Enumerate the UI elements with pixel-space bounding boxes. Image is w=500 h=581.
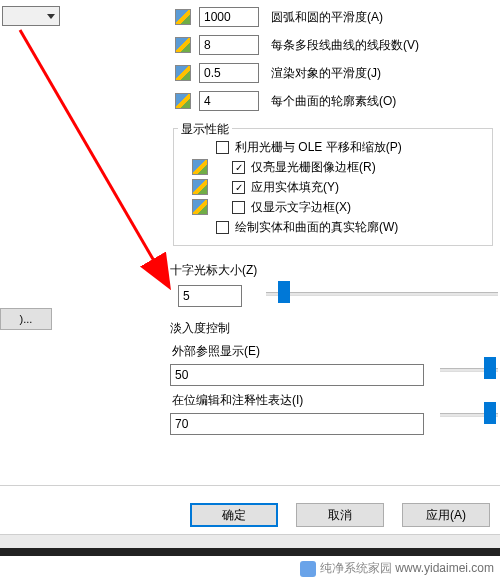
resolution-row: 渲染对象的平滑度(J)	[175, 62, 381, 84]
resolution-row: 每个曲面的轮廓素线(O)	[175, 90, 396, 112]
color-swatch-icon	[175, 93, 191, 109]
crosshair-title: 十字光标大小(Z)	[170, 262, 257, 279]
pan-zoom-checkbox[interactable]	[216, 141, 229, 154]
watermark: 纯净系统家园 www.yidaimei.com	[300, 560, 494, 577]
ok-button[interactable]: 确定	[190, 503, 278, 527]
text-frame-checkbox[interactable]	[232, 201, 245, 214]
separator	[0, 485, 500, 486]
color-swatch-icon	[192, 199, 208, 215]
watermark-brand: 纯净系统家园	[320, 561, 392, 575]
color-swatch-icon	[192, 179, 208, 195]
arc-smoothness-label: 圆弧和圆的平滑度(A)	[271, 9, 383, 26]
inplace-slider-thumb[interactable]	[484, 402, 496, 424]
watermark-url: www.yidaimei.com	[395, 561, 494, 575]
watermark-logo-icon	[300, 561, 316, 577]
xref-display-input[interactable]	[170, 364, 424, 386]
color-swatch-icon	[175, 65, 191, 81]
taskbar-strip	[0, 548, 500, 556]
true-silhouette-label: 绘制实体和曲面的真实轮廓(W)	[235, 219, 398, 236]
status-bar	[0, 534, 500, 548]
display-performance-group: 显示性能 利用光栅与 OLE 平移和缩放(P) 仅亮显光栅图像边框(R) 应用实…	[173, 128, 493, 246]
fade-control-group: 淡入度控制 外部参照显示(E) 在位编辑和注释性表达(I)	[170, 320, 496, 435]
solid-fill-label: 应用实体填充(Y)	[251, 179, 339, 196]
color-swatch-icon	[175, 9, 191, 25]
xref-slider-thumb[interactable]	[484, 357, 496, 379]
svg-line-0	[20, 30, 168, 285]
solid-fill-checkbox[interactable]	[232, 181, 245, 194]
crosshair-slider-track[interactable]	[266, 292, 498, 296]
color-swatch-icon	[192, 159, 208, 175]
apply-button[interactable]: 应用(A)	[402, 503, 490, 527]
true-silhouette-checkbox[interactable]	[216, 221, 229, 234]
generic-dropdown[interactable]	[2, 6, 60, 26]
display-performance-legend: 显示性能	[178, 121, 232, 138]
arc-smoothness-input[interactable]	[199, 7, 259, 27]
polyline-segments-label: 每条多段线曲线的线段数(V)	[271, 37, 419, 54]
raster-frame-label: 仅亮显光栅图像边框(R)	[251, 159, 376, 176]
surface-isolines-input[interactable]	[199, 91, 259, 111]
xref-display-label: 外部参照显示(E)	[172, 343, 496, 360]
raster-frame-checkbox[interactable]	[232, 161, 245, 174]
surface-isolines-label: 每个曲面的轮廓素线(O)	[271, 93, 396, 110]
crosshair-size-input[interactable]	[178, 285, 242, 307]
left-options-button[interactable]: )...	[0, 308, 52, 330]
render-smoothness-input[interactable]	[199, 63, 259, 83]
resolution-row: 圆弧和圆的平滑度(A)	[175, 6, 383, 28]
text-frame-label: 仅显示文字边框(X)	[251, 199, 351, 216]
pan-zoom-label: 利用光栅与 OLE 平移和缩放(P)	[235, 139, 402, 156]
cancel-button[interactable]: 取消	[296, 503, 384, 527]
inplace-edit-label: 在位编辑和注释性表达(I)	[172, 392, 496, 409]
resolution-row: 每条多段线曲线的线段数(V)	[175, 34, 419, 56]
color-swatch-icon	[175, 37, 191, 53]
inplace-edit-input[interactable]	[170, 413, 424, 435]
crosshair-slider-thumb[interactable]	[278, 281, 290, 303]
polyline-segments-input[interactable]	[199, 35, 259, 55]
fade-control-title: 淡入度控制	[170, 320, 496, 337]
render-smoothness-label: 渲染对象的平滑度(J)	[271, 65, 381, 82]
crosshair-group: 十字光标大小(Z)	[170, 262, 257, 307]
